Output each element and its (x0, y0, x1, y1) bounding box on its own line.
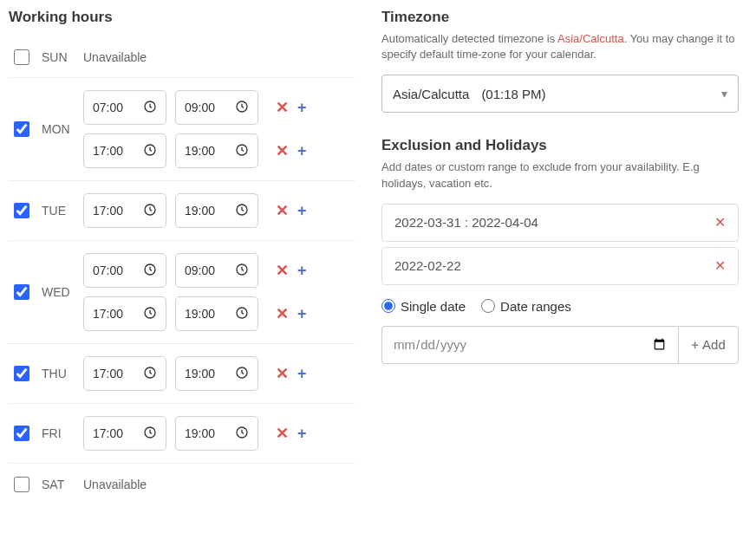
add-slot-button[interactable]: + (296, 364, 309, 383)
time-start-input[interactable]: 07:00 (83, 253, 166, 288)
time-start-input[interactable]: 17:00 (83, 193, 166, 228)
clock-icon (235, 306, 249, 322)
add-slot-button[interactable]: + (296, 304, 309, 323)
time-end-input[interactable]: 19:00 (175, 193, 258, 228)
clock-icon (143, 100, 157, 116)
day-label-thu: THU (42, 367, 83, 380)
caret-down-icon: ▾ (721, 87, 727, 101)
remove-exclusion-button[interactable]: ✕ (714, 214, 726, 231)
day-checkbox-wed[interactable] (14, 284, 29, 300)
add-slot-button[interactable]: + (296, 424, 309, 443)
day-label-sun: SUN (42, 50, 83, 64)
timezone-title: Timezone (381, 9, 739, 26)
remove-exclusion-button[interactable]: ✕ (714, 257, 726, 274)
clock-icon (235, 426, 249, 442)
mode-range-radio[interactable] (481, 299, 495, 313)
detected-timezone: Asia/Calcutta (557, 32, 624, 45)
day-label-sat: SAT (42, 478, 83, 491)
clock-icon (235, 100, 249, 116)
day-checkbox-sat[interactable] (14, 477, 29, 492)
time-end-input[interactable]: 19:00 (175, 356, 258, 391)
remove-slot-button[interactable]: ✕ (274, 304, 290, 323)
time-start-input[interactable]: 17:00 (83, 296, 166, 331)
day-label-fri: FRI (42, 426, 83, 440)
add-exclusion-button[interactable]: + Add (678, 326, 739, 364)
clock-icon (143, 143, 157, 159)
time-end-input[interactable]: 09:00 (175, 90, 258, 125)
clock-icon (143, 306, 157, 322)
exclusion-item: 2022-03-31 : 2022-04-04✕ (381, 204, 739, 242)
remove-slot-button[interactable]: ✕ (274, 201, 290, 220)
time-end-input[interactable]: 19:00 (175, 133, 258, 168)
remove-slot-button[interactable]: ✕ (274, 364, 290, 383)
day-checkbox-tue[interactable] (14, 203, 29, 218)
clock-icon (143, 263, 157, 279)
exclusion-title: Exclusion and Holidays (381, 137, 739, 154)
timezone-desc: Automatically detected timezone is Asia/… (381, 31, 739, 62)
exclusion-item: 2022-02-22✕ (381, 247, 739, 285)
time-start-input[interactable]: 17:00 (83, 356, 166, 391)
add-slot-button[interactable]: + (296, 141, 309, 160)
mode-single-option[interactable]: Single date (381, 299, 466, 314)
remove-slot-button[interactable]: ✕ (274, 424, 290, 443)
add-slot-button[interactable]: + (296, 98, 309, 117)
time-start-input[interactable]: 17:00 (83, 133, 166, 168)
day-checkbox-thu[interactable] (14, 366, 29, 381)
time-end-input[interactable]: 19:00 (175, 296, 258, 331)
day-checkbox-sun[interactable] (14, 49, 29, 65)
plus-icon: + (691, 337, 699, 352)
unavailable-label: Unavailable (83, 478, 147, 491)
clock-icon (143, 366, 157, 382)
time-start-input[interactable]: 17:00 (83, 416, 166, 451)
unavailable-label: Unavailable (83, 50, 147, 64)
add-slot-button[interactable]: + (296, 261, 309, 280)
time-end-input[interactable]: 09:00 (175, 253, 258, 288)
day-label-wed: WED (42, 285, 83, 299)
timezone-selected-value: Asia/Calcutta (393, 87, 469, 101)
day-checkbox-mon[interactable] (14, 121, 29, 137)
clock-icon (235, 366, 249, 382)
exclusion-item-text: 2022-03-31 : 2022-04-04 (394, 215, 538, 230)
remove-slot-button[interactable]: ✕ (274, 98, 290, 117)
clock-icon (235, 143, 249, 159)
day-label-tue: TUE (42, 204, 83, 218)
mode-range-option[interactable]: Date ranges (481, 299, 571, 314)
exclusion-desc: Add dates or custom range to exclude fro… (381, 159, 739, 191)
exclusion-item-text: 2022-02-22 (394, 258, 461, 273)
day-label-mon: MON (42, 122, 83, 136)
clock-icon (143, 203, 157, 219)
time-start-input[interactable]: 07:00 (83, 90, 166, 125)
time-end-input[interactable]: 19:00 (175, 416, 258, 451)
add-slot-button[interactable]: + (296, 201, 309, 220)
clock-icon (235, 203, 249, 219)
timezone-select[interactable]: Asia/Calcutta (01:18 PM) ▾ (381, 75, 739, 113)
exclusion-date-input[interactable] (381, 326, 678, 364)
timezone-current-time: (01:18 PM) (481, 87, 545, 101)
day-checkbox-fri[interactable] (14, 426, 29, 441)
remove-slot-button[interactable]: ✕ (274, 141, 290, 160)
remove-slot-button[interactable]: ✕ (274, 261, 290, 280)
clock-icon (143, 426, 157, 442)
clock-icon (235, 263, 249, 279)
mode-single-radio[interactable] (381, 299, 395, 313)
working-hours-title: Working hours (9, 9, 355, 26)
